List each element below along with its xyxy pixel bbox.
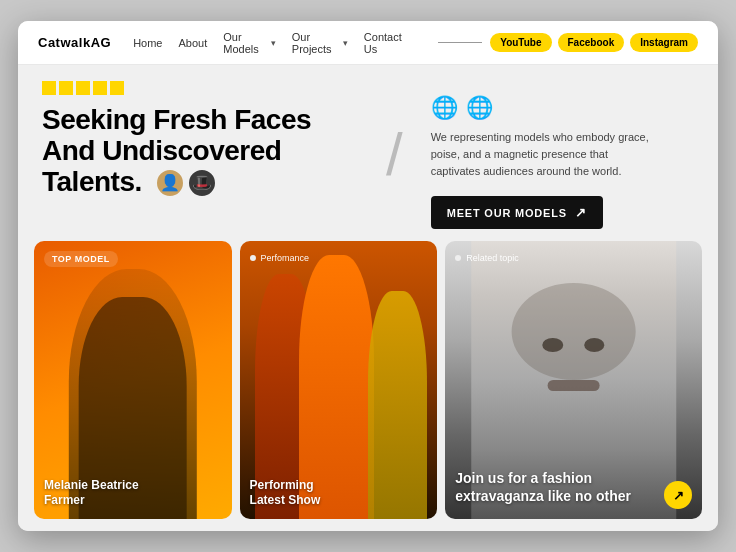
hero-avatars: 👤 🎩 — [155, 168, 217, 198]
globe-icon-2: 🌐 — [466, 95, 493, 121]
brand-logo[interactable]: CatwalkAG — [38, 35, 111, 50]
instagram-button[interactable]: Instagram — [630, 33, 698, 52]
hero-section: Seeking Fresh Faces And Undiscovered Tal… — [18, 65, 718, 241]
hero-title: Seeking Fresh Faces And Undiscovered Tal… — [42, 105, 358, 198]
card-2-label: PerformingLatest Show — [250, 478, 321, 509]
card-related-topic[interactable]: Related topic Join us for a fashionextra… — [445, 241, 702, 519]
main-content: Seeking Fresh Faces And Undiscovered Tal… — [18, 65, 718, 531]
card-3-content: Related topic Join us for a fashionextra… — [445, 241, 702, 519]
hero-description: We representing models who embody grace,… — [431, 129, 651, 180]
globe-icons: 🌐 🌐 — [431, 95, 694, 121]
square-4 — [93, 81, 107, 95]
navbar: CatwalkAG Home About Our Models ▾ Our Pr… — [18, 21, 718, 65]
nav-socials: YouTube Facebook Instagram — [490, 33, 698, 52]
decorative-squares — [42, 81, 358, 95]
cta-button[interactable]: MEET OUR MODELS ↗ — [431, 196, 603, 229]
nav-left: CatwalkAG Home About Our Models ▾ Our Pr… — [38, 31, 490, 55]
square-5 — [110, 81, 124, 95]
nav-about[interactable]: About — [178, 37, 207, 49]
arrow-icon: ↗ — [575, 205, 587, 220]
dot-icon — [250, 255, 256, 261]
globe-icon-1: 🌐 — [431, 95, 458, 121]
dot-icon — [455, 255, 461, 261]
nav-home[interactable]: Home — [133, 37, 162, 49]
related-topic-tag: Related topic — [455, 253, 519, 263]
facebook-button[interactable]: Facebook — [558, 33, 625, 52]
nav-links: Home About Our Models ▾ Our Projects ▾ C… — [133, 31, 408, 55]
chevron-down-icon: ▾ — [343, 38, 348, 48]
performance-tag: Perfomance — [250, 253, 310, 263]
card-2-content: Perfomance PerformingLatest Show — [240, 241, 438, 519]
card-performance[interactable]: Perfomance PerformingLatest Show — [240, 241, 438, 519]
nav-projects[interactable]: Our Projects ▾ — [292, 31, 348, 55]
hero-left: Seeking Fresh Faces And Undiscovered Tal… — [42, 81, 358, 229]
chevron-down-icon: ▾ — [271, 38, 276, 48]
card-3-label: Join us for a fashionextravaganza like n… — [455, 469, 666, 505]
top-model-tag: TOP MODEL — [44, 251, 118, 267]
square-1 — [42, 81, 56, 95]
youtube-button[interactable]: YouTube — [490, 33, 551, 52]
square-3 — [76, 81, 90, 95]
hero-right: 🌐 🌐 We representing models who embody gr… — [431, 81, 694, 229]
nav-models[interactable]: Our Models ▾ — [223, 31, 276, 55]
browser-window: CatwalkAG Home About Our Models ▾ Our Pr… — [18, 21, 718, 531]
nav-divider — [438, 42, 482, 43]
square-2 — [59, 81, 73, 95]
card-1-content: TOP MODEL Melanie BeatriceFarmer — [34, 241, 232, 519]
card-top-model[interactable]: TOP MODEL Melanie BeatriceFarmer — [34, 241, 232, 519]
avatar-2: 🎩 — [187, 168, 217, 198]
nav-contact[interactable]: Contact Us — [364, 31, 408, 55]
card-1-label: Melanie BeatriceFarmer — [44, 478, 139, 509]
cards-row: TOP MODEL Melanie BeatriceFarmer — [18, 241, 718, 531]
card-arrow-button[interactable]: ↗ — [664, 481, 692, 509]
slash-divider: / — [378, 81, 411, 229]
avatar-1: 👤 — [155, 168, 185, 198]
